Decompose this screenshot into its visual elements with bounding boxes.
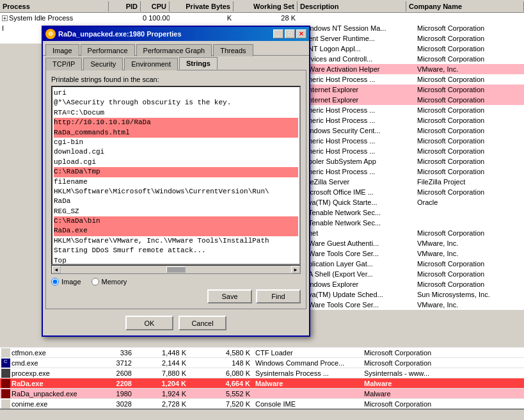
tabs-row-1: Image Performance Performance Graph Thre… <box>43 41 309 56</box>
table-row: indows Explorer Microsoft Corporation <box>306 279 524 289</box>
tabs-row-2: TCP/IP Security Environment Strings <box>43 55 309 70</box>
dialog-titlebar: ⚙ RaDa_unpacked.exe:1980 Properties _ □ … <box>43 27 309 41</box>
scan-label: Printable strings found in the scan: <box>51 76 301 83</box>
company-cell: Microsoft Corporation <box>361 349 524 357</box>
cancel-button[interactable]: Cancel <box>179 316 226 330</box>
table-row-selected[interactable]: RaDa_unpacked.exe 1980 1,924 K 5,552 K M… <box>0 388 524 398</box>
radio-memory-label[interactable]: Memory <box>91 278 127 286</box>
col-header-working[interactable]: Working Set <box>234 1 298 12</box>
working-cell: 4,580 K <box>189 349 253 357</box>
minimize-button[interactable]: _ <box>273 29 283 38</box>
maximize-button[interactable]: □ <box>285 29 295 38</box>
col-header-process[interactable]: Process <box>0 1 109 12</box>
tab-security[interactable]: Security <box>83 58 123 70</box>
scroll-left[interactable]: ◄ <box>52 266 61 273</box>
table-row[interactable]: procexp.exe 2608 7,880 K 6,080 K Sysinte… <box>0 368 524 378</box>
scroll-thumb-h[interactable] <box>166 266 186 273</box>
radio-image[interactable] <box>51 278 59 286</box>
process-name: cmd.exe <box>12 359 38 367</box>
table-row: Ware Activation Helper VMware, Inc. <box>306 64 524 74</box>
table-row: nternet Explorer Microsoft Corporation <box>306 85 524 95</box>
col-header-desc[interactable]: Description <box>298 1 406 12</box>
table-row: Ware Tools Core Ser... VMware, Inc. <box>306 248 524 259</box>
tab-performance-graph[interactable]: Performance Graph <box>136 44 212 56</box>
horizontal-scrollbar[interactable]: ◄ ► <box>51 265 301 274</box>
radio-memory[interactable] <box>91 278 99 286</box>
app-icon: ⚙ <box>45 29 56 39</box>
table-row[interactable]: C cmd.exe 3712 2,144 K 148 K Windows Com… <box>0 357 524 368</box>
radio-row: Image Memory <box>51 278 301 286</box>
table-row: va(TM) Quick Starte... Oracle <box>306 197 524 207</box>
radio-image-label[interactable]: Image <box>51 278 81 286</box>
table-row: A Shell (Export Ver... Microsoft Corpora… <box>306 269 524 279</box>
table-row: Tenable Network Sec... <box>306 207 524 218</box>
properties-dialog: ⚙ RaDa_unpacked.exe:1980 Properties _ □ … <box>42 26 310 337</box>
table-row: net Microsoft Corporation <box>306 228 524 238</box>
table-row: neric Host Process ... Microsoft Corpora… <box>306 74 524 85</box>
pid-cell: 336 <box>109 349 134 357</box>
table-row: icrosoft Office IME ... Microsoft Corpor… <box>306 187 524 197</box>
find-button[interactable]: Find <box>256 289 301 303</box>
table-row: neric Host Process ... Microsoft Corpora… <box>306 105 524 115</box>
col-header-company[interactable]: Company Name <box>406 1 524 12</box>
tab-tcpip[interactable]: TCP/IP <box>45 58 82 70</box>
table-row: rvices and Controll... Microsoft Corpora… <box>306 54 524 64</box>
tab-performance[interactable]: Performance <box>81 44 135 56</box>
table-row: neric Host Process ... Microsoft Corpora… <box>306 115 524 125</box>
dialog-content-area: Printable strings found in the scan: uri… <box>45 70 306 309</box>
save-find-row: Save Find <box>51 289 301 303</box>
private-cell: 1,448 K <box>134 349 189 357</box>
save-button[interactable]: Save <box>207 289 252 303</box>
close-button[interactable]: ✕ <box>296 29 306 38</box>
table-row: Ware Tools Core Ser... VMware, Inc. <box>306 300 524 310</box>
process-name: procexp.exe <box>12 369 50 377</box>
table-row: plication Layer Gat... Microsoft Corpora… <box>306 259 524 269</box>
table-row[interactable]: conime.exe 3028 2,728 K 7,520 K Console … <box>0 398 524 408</box>
expand-icon[interactable]: + <box>2 15 8 21</box>
table-row: leZilla Server FileZilla Project <box>306 177 524 187</box>
table-row: nternet Explorer Microsoft Corporation <box>306 95 524 105</box>
table-row: NT Logon Appl... Microsoft Corporation <box>306 44 524 54</box>
col-header-private[interactable]: Private Bytes <box>170 1 234 12</box>
process-name: ctfmon.exe <box>12 349 46 357</box>
status-bar <box>0 408 524 420</box>
table-row: neric Host Process ... Microsoft Corpora… <box>306 146 524 156</box>
process-table-header: Process PID CPU Private Bytes Working Se… <box>0 0 524 13</box>
tab-environment[interactable]: Environment <box>124 58 178 70</box>
col-header-pid[interactable]: PID <box>109 1 141 12</box>
ok-button[interactable]: OK <box>125 316 173 330</box>
strings-textarea[interactable]: uri @*\ASecurity through obscurity is th… <box>51 86 301 265</box>
table-row: neric Host Process ... Microsoft Corpora… <box>306 136 524 146</box>
ok-cancel-row: OK Cancel <box>43 312 309 335</box>
table-row: ent Server Runtime... Microsoft Corporat… <box>306 33 524 44</box>
table-row: neric Host Process ... Microsoft Corpora… <box>306 166 524 177</box>
table-row-malware[interactable]: RaDa.exe 2208 1,204 K 4,664 K Malware Ma… <box>0 378 524 388</box>
process-name: RaDa.exe <box>12 380 44 387</box>
table-row: Ware Guest Authenti... VMware, Inc. <box>306 238 524 248</box>
scroll-right[interactable]: ► <box>291 266 300 273</box>
table-row[interactable]: ctfmon.exe 336 1,448 K 4,580 K CTF Loade… <box>0 347 524 357</box>
process-name: RaDa_unpacked.exe <box>12 390 77 398</box>
tab-strings[interactable]: Strings <box>179 57 218 70</box>
table-row: va(TM) Update Sched... Sun Microsystems,… <box>306 289 524 300</box>
strings-text-content: uri @*\ASecurity through obscurity is th… <box>54 88 298 265</box>
table-row: ooler SubSystem App Microsoft Corporatio… <box>306 156 524 166</box>
table-row: indows Security Cent... Microsoft Corpor… <box>306 125 524 136</box>
tab-image[interactable]: Image <box>45 44 79 56</box>
process-name: conime.exe <box>12 400 47 408</box>
tab-threads[interactable]: Threads <box>213 44 253 56</box>
col-header-cpu[interactable]: CPU <box>141 1 170 12</box>
table-row: indows NT Session Ma... Microsoft Corpor… <box>306 23 524 33</box>
dialog-title: RaDa_unpacked.exe:1980 Properties <box>58 30 182 38</box>
desc-cell: CTF Loader <box>253 349 361 357</box>
table-row[interactable]: +System Idle Process 0 100.00 K 28 K <box>0 13 524 23</box>
table-row: Tenable Network Sec... <box>306 218 524 228</box>
